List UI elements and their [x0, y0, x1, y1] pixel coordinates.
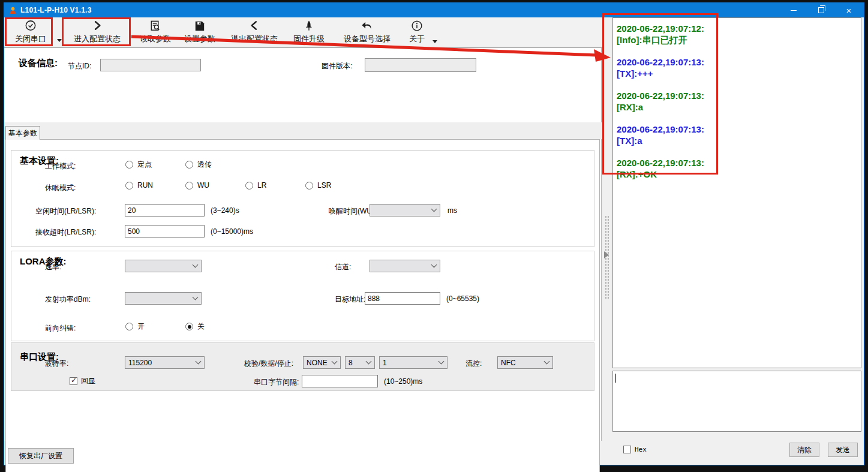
toolbar-label: 关于	[409, 34, 425, 44]
wake-time-select[interactable]	[370, 204, 440, 217]
radio-icon	[185, 323, 193, 330]
close-serial-button[interactable]: 关闭串口	[7, 19, 55, 46]
data-bits-select[interactable]: 8	[345, 356, 375, 369]
log-entry: 2020-06-22,19:07:13: [RX]:+OK	[617, 157, 857, 180]
fec-radio-off[interactable]: 关	[185, 321, 205, 332]
channel-select[interactable]	[370, 260, 440, 272]
idle-time-range: (3~240)s	[211, 206, 239, 215]
radio-icon	[185, 161, 193, 169]
text-cursor	[615, 374, 616, 383]
byte-interval-range: (10~250)ms	[384, 377, 422, 386]
sleep-mode-label: 休眠模式:	[45, 183, 76, 193]
chevron-down-icon	[196, 359, 202, 365]
parity-select[interactable]: NONE	[303, 356, 341, 369]
checkbox-icon	[623, 446, 631, 453]
hex-checkbox[interactable]: Hex	[623, 446, 647, 453]
panel-splitter[interactable]	[602, 17, 612, 441]
echo-checkbox[interactable]: 回显	[70, 376, 95, 386]
log-timestamp: 2020-06-22,19:07:12:	[617, 23, 857, 34]
toolbar-label: 关闭串口	[15, 34, 46, 44]
radio-icon	[245, 182, 253, 190]
send-button[interactable]: 发送	[828, 443, 858, 457]
radio-label: WU	[197, 181, 209, 190]
fec-radio-on[interactable]: 开	[125, 321, 145, 332]
checkbox-label: Hex	[635, 446, 647, 453]
close-button[interactable]: ×	[835, 3, 863, 17]
enter-config-button[interactable]: 进入配置状态	[63, 19, 131, 46]
log-message: [Info]:串口已打开	[617, 34, 857, 46]
idle-time-field[interactable]	[125, 204, 205, 217]
exit-config-button[interactable]: 退出配置状态	[223, 19, 286, 46]
tx-power-label: 发射功率dBm:	[45, 294, 91, 305]
radio-icon	[305, 182, 313, 190]
log-timestamp: 2020-06-22,19:07:13:	[617, 124, 857, 135]
send-input-box	[612, 371, 861, 432]
sleep-mode-radio-lr[interactable]: LR	[245, 181, 266, 190]
flow-control-select[interactable]: NFC	[497, 356, 553, 369]
sleep-mode-radio-lsr[interactable]: LSR	[305, 181, 331, 190]
toolbar: 关闭串口 进入配置状态 读取参数 设置参数 退出配置状态 固件升级	[4, 17, 602, 48]
dropdown-caret-icon[interactable]	[433, 40, 437, 43]
chevron-down-icon	[332, 359, 338, 365]
combo-value: NFC	[501, 359, 516, 367]
minimize-button[interactable]	[780, 3, 807, 17]
target-addr-range: (0~65535)	[446, 294, 479, 303]
chevron-down-icon	[366, 359, 372, 365]
toolbar-label: 设备型号选择	[344, 34, 391, 44]
dropdown-caret-icon[interactable]	[57, 39, 62, 42]
send-input[interactable]	[613, 371, 861, 431]
parity-data-stop-label: 校验/数据/停止:	[244, 359, 293, 369]
sleep-mode-radio-wu[interactable]: WU	[185, 181, 209, 190]
clear-button[interactable]: 清除	[789, 443, 819, 457]
about-button[interactable]: 关于	[404, 19, 430, 46]
firmware-upgrade-button[interactable]: 固件升级	[287, 19, 331, 46]
log-entry: 2020-06-22,19:07:12: [Info]:串口已打开	[617, 23, 857, 46]
radio-label: LSR	[317, 181, 331, 190]
baud-select[interactable]: 115200	[125, 356, 205, 369]
main-panel: 设备信息: 节点ID: 固件版本: 基本参数 基本设置: 工作模式: 定点 透传…	[4, 48, 602, 441]
combo-value: NONE	[307, 359, 328, 367]
read-params-icon	[148, 19, 163, 33]
idle-time-label: 空闲时间(LR/LSR):	[35, 206, 96, 217]
tab-basic-params[interactable]: 基本参数	[5, 126, 40, 140]
log-output[interactable]: 2020-06-22,19:07:12: [Info]:串口已打开 2020-0…	[612, 17, 861, 368]
tx-power-select[interactable]	[125, 292, 202, 305]
window-title: L101-L-P-H10 V1.1.3	[20, 6, 92, 14]
log-message: [RX]:+OK	[617, 169, 857, 180]
tab-content: 基本设置: 工作模式: 定点 透传 休眠模式: RUN WU LR LSR 空闲…	[5, 139, 600, 472]
rx-timeout-label: 接收超时(LR/LSR):	[35, 227, 96, 237]
radio-icon	[125, 182, 133, 190]
splitter-collapse-icon[interactable]	[604, 251, 609, 258]
work-mode-radio-transparent[interactable]: 透传	[185, 160, 212, 170]
save-icon	[193, 19, 207, 33]
stop-bits-select[interactable]: 1	[379, 356, 447, 369]
log-entry: 2020-06-22,19:07:13: [RX]:a	[617, 90, 857, 113]
wake-time-unit: ms	[447, 206, 457, 215]
log-entry: 2020-06-22,19:07:13: [TX]:a	[617, 124, 857, 146]
button-label: 清除	[797, 445, 812, 455]
lora-params-group: LORA参数: 速率: 信道: 发射功率dBm: 目标地址: (0~65535)…	[11, 251, 594, 341]
device-info-section-label: 设备信息:	[19, 58, 58, 69]
work-mode-radio-fixed[interactable]: 定点	[125, 160, 152, 170]
factory-reset-button[interactable]: 恢复出厂设置	[8, 448, 74, 464]
sleep-mode-radio-run[interactable]: RUN	[125, 181, 153, 190]
chevron-down-icon	[431, 206, 437, 212]
device-model-select-button[interactable]: 设备型号选择	[332, 19, 403, 46]
byte-interval-field[interactable]	[302, 375, 378, 387]
button-label: 发送	[836, 445, 850, 455]
title-bar: L101-L-P-H10 V1.1.3 ×	[4, 3, 864, 17]
chevron-down-icon	[193, 294, 199, 300]
log-timestamp: 2020-06-22,19:07:13:	[617, 157, 857, 169]
chevron-down-icon	[438, 359, 444, 365]
node-id-field[interactable]	[100, 59, 201, 71]
circle-check-icon	[23, 19, 38, 33]
rate-select[interactable]	[125, 260, 202, 272]
target-addr-field[interactable]	[365, 292, 440, 305]
rx-timeout-field[interactable]	[125, 225, 205, 237]
firmware-version-field[interactable]	[365, 58, 476, 72]
chevron-down-icon	[431, 262, 437, 268]
set-params-button[interactable]: 设置参数	[178, 19, 221, 46]
read-params-button[interactable]: 读取参数	[134, 19, 177, 46]
restore-button[interactable]	[807, 3, 835, 17]
channel-label: 信道:	[335, 262, 351, 272]
